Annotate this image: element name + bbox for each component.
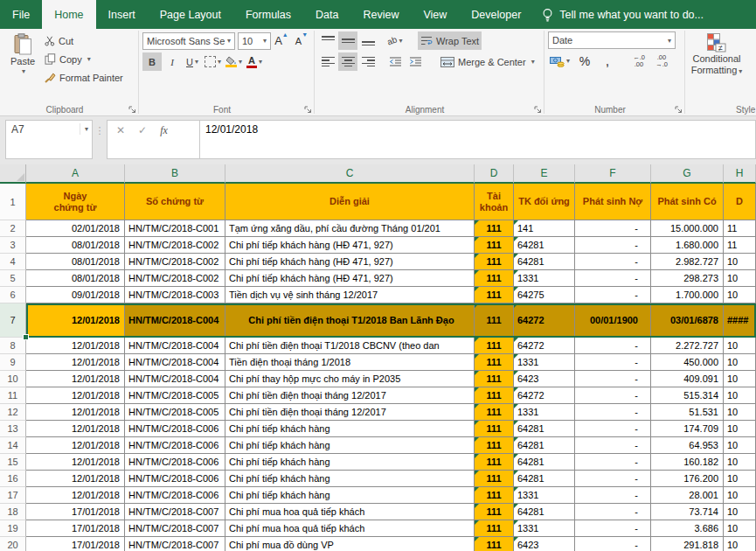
cell-C20[interactable]: Chi phí mua đồ dùng VP: [225, 537, 475, 551]
cell-F6[interactable]: -: [575, 287, 651, 303]
increase-indent-button[interactable]: [406, 52, 425, 71]
cell-D17[interactable]: 111: [475, 487, 514, 504]
font-color-button[interactable]: A ▾: [245, 52, 264, 71]
cell-C12[interactable]: Chi phí tiền điện thoại tháng 12/2017: [225, 404, 475, 421]
cell-C15[interactable]: Chi phí tiếp khách hàng: [225, 454, 475, 471]
row-header-9[interactable]: 9: [0, 354, 26, 371]
cell-H10[interactable]: 10: [724, 371, 756, 387]
cell-F12[interactable]: -: [575, 404, 651, 421]
cell-A14[interactable]: 12/01/2018: [26, 437, 125, 454]
underline-button[interactable]: U▾: [183, 52, 202, 71]
align-middle-button[interactable]: [338, 31, 357, 50]
cell-F11[interactable]: -: [575, 387, 651, 404]
cell-B12[interactable]: HN/TM/C/2018-C005: [125, 404, 225, 421]
cell-D4[interactable]: 111: [475, 254, 514, 270]
cell-A16[interactable]: 12/01/2018: [26, 471, 125, 487]
cell-G7[interactable]: 03/01/6878: [651, 303, 724, 338]
cell-F10[interactable]: -: [575, 371, 651, 387]
header-cell-F1[interactable]: Phát sinh Nợ: [575, 184, 651, 220]
cell-A9[interactable]: 12/01/2018: [26, 354, 125, 371]
decrease-decimal-button[interactable]: .00→.0: [652, 52, 671, 70]
fill-color-button[interactable]: ▾: [224, 52, 244, 71]
cell-A12[interactable]: 12/01/2018: [26, 404, 125, 421]
format-as-table-button[interactable]: For Ta: [745, 31, 756, 77]
cell-B3[interactable]: HN/TM/C/2018-C002: [125, 237, 225, 254]
orientation-button[interactable]: ab▾: [385, 31, 405, 50]
cell-D12[interactable]: 111: [475, 404, 514, 421]
cell-D3[interactable]: 111: [475, 237, 514, 254]
cell-G8[interactable]: 2.272.727: [651, 338, 724, 354]
fill-color-dropdown-arrow[interactable]: ▾: [239, 58, 242, 66]
percent-style-button[interactable]: %: [575, 52, 594, 70]
cut-button[interactable]: Cut: [42, 31, 126, 50]
cell-E20[interactable]: 6423: [514, 537, 575, 551]
underline-dropdown-arrow[interactable]: ▾: [195, 58, 198, 66]
number-format-combo[interactable]: Date▾: [548, 31, 676, 49]
cell-E14[interactable]: 64281: [514, 437, 575, 454]
header-cell-C1[interactable]: Diễn giải: [225, 184, 475, 220]
cell-H17[interactable]: 10: [724, 487, 756, 504]
cell-F16[interactable]: -: [575, 471, 651, 487]
cell-H16[interactable]: 10: [724, 471, 756, 487]
cell-H12[interactable]: 10: [724, 404, 756, 421]
cell-E9[interactable]: 1331: [514, 354, 575, 371]
accounting-format-button[interactable]: ▾: [548, 52, 572, 70]
bold-button[interactable]: B: [142, 52, 162, 71]
cell-G6[interactable]: 1.700.000: [651, 287, 724, 303]
cell-B9[interactable]: HN/TM/C/2018-C004: [125, 354, 225, 371]
row-header-12[interactable]: 12: [0, 404, 26, 421]
column-header-B[interactable]: B: [125, 164, 225, 184]
cell-B6[interactable]: HN/TM/C/2018-C003: [125, 287, 225, 303]
cell-E7[interactable]: 64272: [514, 303, 575, 338]
column-header-E[interactable]: E: [514, 164, 575, 184]
cell-E4[interactable]: 64281: [514, 254, 575, 270]
row-header-1[interactable]: 1: [0, 184, 26, 220]
cell-E12[interactable]: 1331: [514, 404, 575, 421]
header-cell-B1[interactable]: Số chứng từ: [125, 184, 225, 220]
name-box[interactable]: A7 ▾: [5, 120, 93, 159]
cell-C17[interactable]: Chi phí tiếp khách hàng: [225, 487, 475, 504]
cell-E5[interactable]: 1331: [514, 270, 575, 287]
row-header-3[interactable]: 3: [0, 237, 26, 254]
cell-F2[interactable]: -: [575, 220, 651, 237]
cell-B8[interactable]: HN/TM/C/2018-C004: [125, 338, 225, 354]
cell-C19[interactable]: Chi phí mua hoa quả tiếp khách: [225, 520, 475, 537]
align-bottom-button[interactable]: [358, 31, 378, 50]
conditional-formatting-button[interactable]: ≠ Conditional Formatting▾: [689, 31, 745, 77]
cell-H19[interactable]: 10: [724, 520, 756, 537]
cell-B14[interactable]: HN/TM/C/2018-C006: [125, 437, 225, 454]
alignment-dialog-launcher[interactable]: [534, 106, 542, 114]
cell-D13[interactable]: 111: [475, 421, 514, 437]
row-header-15[interactable]: 15: [0, 454, 26, 471]
cell-C5[interactable]: Chi phí tiếp khách hàng (HĐ 471, 927): [225, 270, 475, 287]
paste-button[interactable]: Paste ▾: [3, 31, 42, 87]
tab-home[interactable]: Home: [42, 0, 95, 29]
cell-F18[interactable]: -: [575, 504, 651, 520]
cell-D6[interactable]: 111: [475, 287, 514, 303]
align-left-button[interactable]: [318, 52, 337, 71]
cell-F19[interactable]: -: [575, 520, 651, 537]
cell-G5[interactable]: 298.273: [651, 270, 724, 287]
cell-B2[interactable]: HN/TM/C/2018-C001: [125, 220, 225, 237]
cell-F14[interactable]: -: [575, 437, 651, 454]
cell-D18[interactable]: 111: [475, 504, 514, 520]
align-center-button[interactable]: [338, 52, 357, 71]
cell-E11[interactable]: 64272: [514, 387, 575, 404]
tab-page-layout[interactable]: Page Layout: [148, 0, 233, 29]
header-cell-A1[interactable]: Ngày chứng từ: [26, 184, 125, 220]
cell-C2[interactable]: Tạm ứng xăng dầu, phí cầu đường Tháng 01…: [225, 220, 475, 237]
cell-E6[interactable]: 64275: [514, 287, 575, 303]
paste-dropdown-arrow[interactable]: ▾: [22, 67, 25, 75]
row-header-18[interactable]: 18: [0, 504, 26, 520]
cell-G19[interactable]: 3.686: [651, 520, 724, 537]
cell-A15[interactable]: 12/01/2018: [26, 454, 125, 471]
tab-view[interactable]: View: [411, 0, 459, 29]
cell-E16[interactable]: 64281: [514, 471, 575, 487]
grow-font-button[interactable]: A▲: [272, 31, 291, 50]
italic-button[interactable]: I: [163, 52, 182, 71]
cell-H9[interactable]: 10: [724, 354, 756, 371]
cell-H15[interactable]: 10: [724, 454, 756, 471]
cell-A2[interactable]: 02/01/2018: [26, 220, 125, 237]
cell-H3[interactable]: 11: [724, 237, 756, 254]
cell-E17[interactable]: 1331: [514, 487, 575, 504]
